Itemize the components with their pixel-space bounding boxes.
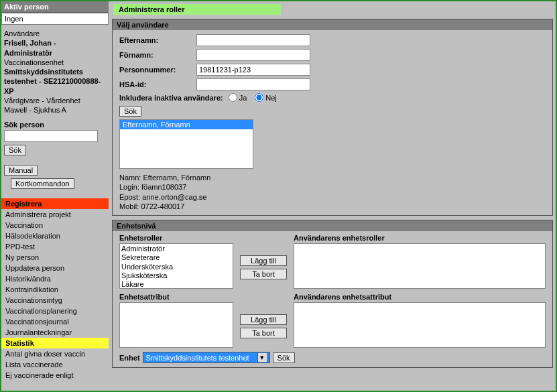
roles-remove-button[interactable]: Ta bort <box>240 269 287 279</box>
menu-item[interactable]: Hälsodeklaration <box>1 231 109 241</box>
info-name-label: Namn: <box>119 174 141 182</box>
kortkommandon-button[interactable]: Kortkommandon <box>11 178 74 189</box>
search-person-button[interactable]: Sök <box>4 145 26 155</box>
attrs-label: Enhetsattribut <box>119 293 233 301</box>
attrs-remove-button[interactable]: Ta bort <box>240 328 287 338</box>
enhet-select-value: Smittskyddsinstitutets testenhet <box>146 354 249 362</box>
menu-item[interactable]: Administrera projekt <box>1 209 109 220</box>
user-label: Användare <box>4 29 106 38</box>
enhet-label: Enhet <box>119 354 140 362</box>
enhet-select[interactable]: Smittskyddsinstitutets testenhet ▾ <box>143 352 270 363</box>
info-email-label: Epost: <box>119 193 140 201</box>
search-person-label: Sök person <box>4 121 106 129</box>
user-list-selected[interactable]: Efternamn, Förnamn <box>120 120 253 129</box>
menu-item[interactable]: Vaccination <box>1 220 109 231</box>
info-login-value: föamn108037 <box>141 183 186 191</box>
active-person-value: Ingen <box>1 13 109 25</box>
menu-item[interactable]: Vaccinationsplanering <box>1 306 109 316</box>
hsa-input[interactable] <box>196 78 310 90</box>
menu-item[interactable]: Antal givna doser vaccin <box>1 348 109 359</box>
inactive-nej-label: Nej <box>265 94 277 102</box>
info-login-label: Login: <box>119 183 139 191</box>
menu-item[interactable]: PPD-test <box>1 241 109 252</box>
user-name: Frisell, Johan - Administratör <box>4 39 56 56</box>
unit-name: Smittskyddsinstitutets testenhet - SE212… <box>4 68 101 95</box>
info-mobile-value: 0722-480017 <box>141 202 184 210</box>
menu-item[interactable]: Journalanteckningar <box>1 327 109 338</box>
user-attrs-label: Användarens enhetsattribut <box>294 293 546 301</box>
menu-registrera[interactable]: Registrera <box>1 198 109 209</box>
menu-item[interactable]: Uppdatera person <box>1 263 109 273</box>
unit-label: Vaccinationsenhet <box>4 58 106 67</box>
user-search-button[interactable]: Sök <box>119 106 141 117</box>
roles-add-button[interactable]: Lägg till <box>240 255 287 266</box>
roles-listbox[interactable]: AdministratörSekreterareUndersköterskaSj… <box>119 243 233 289</box>
lastname-label: Efternamn: <box>119 36 196 44</box>
search-person-input[interactable] <box>4 130 98 142</box>
user-roles-label: Användarens enhetsroller <box>294 234 546 242</box>
role-item[interactable]: Undersköterska <box>121 263 231 271</box>
enhet-search-button[interactable]: Sök <box>273 352 295 363</box>
page-title: Administrera roller <box>113 4 281 15</box>
inactive-ja-label: Ja <box>239 94 247 102</box>
user-attrs-listbox[interactable] <box>294 302 546 348</box>
level-panel-title: Enhetsnivå <box>113 220 552 231</box>
menu-item[interactable]: Vaccinationsintyg <box>1 295 109 306</box>
menu-statistik[interactable]: Statistik <box>1 338 109 348</box>
hsa-label: HSA-id: <box>119 80 196 88</box>
user-roles-listbox[interactable] <box>294 243 546 289</box>
lastname-input[interactable] <box>196 34 310 46</box>
role-item[interactable]: Sekreterare <box>121 253 231 262</box>
inactive-ja-radio[interactable] <box>229 93 237 102</box>
user-listbox[interactable]: Efternamn, Förnamn <box>119 119 253 169</box>
menu-item[interactable]: Vaccinationsjournal <box>1 316 109 327</box>
manual-button[interactable]: Manual <box>4 165 38 176</box>
chevron-down-icon: ▾ <box>257 353 267 362</box>
menu-item[interactable]: Ny person <box>1 252 109 263</box>
info-mobile-label: Mobil: <box>119 202 139 210</box>
active-person-label: Aktiv person <box>1 1 109 13</box>
inactive-nej-radio[interactable] <box>255 93 263 102</box>
personnummer-input[interactable] <box>196 64 310 76</box>
menu-item[interactable]: Ej vaccinerade enligt <box>1 370 109 381</box>
menu-item[interactable]: Lista vaccinerade <box>1 359 109 370</box>
user-panel-title: Välj användare <box>113 19 552 30</box>
info-name-value: Efternamn, Förnamn <box>143 174 210 182</box>
firstname-input[interactable] <box>196 49 310 61</box>
role-item[interactable]: Sjuksköterska <box>121 271 231 280</box>
role-item[interactable]: Administratör <box>121 245 231 253</box>
role-item[interactable]: Läkare <box>121 280 231 289</box>
menu-item[interactable]: Kontraindikation <box>1 284 109 295</box>
firstname-label: Förnamn: <box>119 51 196 59</box>
provider-value: Mawell - Sjukhus A <box>4 105 106 115</box>
provider-label: Vårdgivare - Vårdenhet <box>4 96 106 105</box>
menu-item[interactable]: Historik/ändra <box>1 273 109 284</box>
inactive-label: Inkludera inaktiva användare: <box>119 94 223 102</box>
info-email-value: anne.orton@cag.se <box>142 193 206 201</box>
attrs-add-button[interactable]: Lägg till <box>240 314 287 325</box>
roles-label: Enhetsroller <box>119 234 233 242</box>
personnummer-label: Personnummer: <box>119 66 196 74</box>
attrs-listbox[interactable] <box>119 302 233 348</box>
